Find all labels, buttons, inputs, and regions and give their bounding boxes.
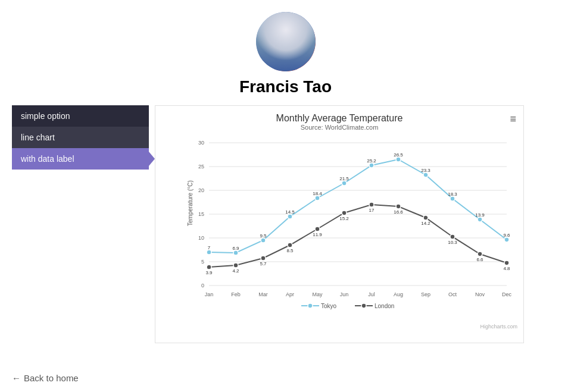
chart-container: Monthly Average Temperature Source: Worl… bbox=[155, 105, 524, 343]
sidebar-item-line-chart[interactable]: line chart bbox=[12, 127, 149, 148]
dot-tokyo-jan bbox=[207, 250, 211, 255]
label-london-sep: 14.2 bbox=[421, 221, 430, 226]
svg-text:5: 5 bbox=[201, 259, 204, 265]
dot-tokyo-oct bbox=[450, 196, 455, 201]
svg-text:Jun: Jun bbox=[340, 291, 349, 297]
svg-point-27 bbox=[308, 303, 313, 308]
svg-text:Jul: Jul bbox=[368, 291, 375, 297]
svg-text:0: 0 bbox=[201, 283, 204, 288]
dot-london-aug bbox=[396, 204, 401, 209]
dot-tokyo-dec bbox=[504, 237, 509, 242]
dot-london-jul bbox=[369, 202, 374, 207]
label-london-jul: 17 bbox=[369, 208, 375, 213]
svg-text:Apr: Apr bbox=[286, 291, 294, 297]
dot-london-sep bbox=[423, 215, 428, 220]
svg-point-29 bbox=[361, 303, 366, 308]
label-london-jun: 15.2 bbox=[339, 216, 349, 221]
back-to-home-link[interactable]: ← Back to home bbox=[12, 373, 79, 383]
svg-text:30: 30 bbox=[198, 140, 204, 146]
svg-text:15: 15 bbox=[198, 211, 204, 217]
svg-text:25: 25 bbox=[198, 164, 204, 170]
legend-tokyo-label: Tokyo bbox=[321, 303, 337, 309]
svg-text:Oct: Oct bbox=[448, 291, 457, 297]
legend-london-label: London bbox=[375, 303, 394, 309]
label-london-apr: 8.5 bbox=[286, 248, 294, 253]
label-london-nov: 6.6 bbox=[476, 257, 483, 262]
svg-text:Nov: Nov bbox=[475, 291, 485, 297]
svg-text:May: May bbox=[312, 291, 323, 297]
highcharts-credit: Highcharts.com bbox=[155, 324, 523, 331]
svg-text:Dec: Dec bbox=[502, 291, 512, 297]
chart-menu-icon[interactable]: ≡ bbox=[510, 113, 516, 126]
avatar bbox=[256, 12, 316, 71]
label-london-may: 11.9 bbox=[313, 232, 322, 237]
dot-tokyo-jul bbox=[369, 163, 374, 168]
dot-tokyo-nov bbox=[478, 217, 482, 222]
svg-text:10: 10 bbox=[198, 235, 204, 241]
dot-tokyo-mar bbox=[261, 238, 266, 243]
svg-text:Sep: Sep bbox=[421, 291, 430, 297]
chart-title: Monthly Average Temperature bbox=[155, 106, 523, 124]
dot-london-feb bbox=[233, 263, 238, 268]
dot-london-jan bbox=[207, 265, 211, 269]
label-london-feb: 4.2 bbox=[232, 268, 239, 274]
chart-svg: Temperature (°C) 30 25 20 15 10 bbox=[185, 137, 519, 315]
dot-london-oct bbox=[450, 234, 455, 239]
label-london-dec: 4.8 bbox=[503, 266, 510, 271]
y-axis-label: Temperature (°C) bbox=[187, 180, 194, 226]
dot-london-mar bbox=[261, 256, 266, 261]
dot-tokyo-jun bbox=[342, 181, 347, 186]
label-london-mar: 5.7 bbox=[260, 261, 267, 266]
dot-tokyo-apr bbox=[288, 214, 292, 219]
chart-svg-wrapper: Temperature (°C) 30 25 20 15 10 bbox=[155, 134, 523, 324]
svg-text:Aug: Aug bbox=[394, 291, 403, 297]
avatar-section: Francis Tao bbox=[0, 0, 571, 99]
svg-text:Jan: Jan bbox=[205, 291, 214, 297]
svg-text:Mar: Mar bbox=[258, 291, 268, 297]
sidebar-item-with-data-label[interactable]: with data label bbox=[12, 148, 149, 170]
label-london-aug: 16.6 bbox=[394, 209, 403, 215]
back-to-home-label: Back to home bbox=[24, 373, 79, 383]
dot-tokyo-sep bbox=[423, 173, 428, 177]
svg-text:Feb: Feb bbox=[231, 291, 241, 297]
dot-tokyo-aug bbox=[396, 157, 401, 162]
svg-text:20: 20 bbox=[198, 187, 204, 193]
dot-london-jun bbox=[342, 211, 347, 215]
chart-area: Monthly Average Temperature Source: Worl… bbox=[149, 105, 559, 343]
dot-london-nov bbox=[478, 252, 482, 256]
label-london-oct: 10.3 bbox=[448, 240, 457, 245]
sidebar-item-simple-option[interactable]: simple option bbox=[12, 105, 149, 127]
dot-tokyo-may bbox=[315, 196, 320, 200]
dot-london-dec bbox=[504, 261, 509, 265]
label-london-jan: 3.9 bbox=[205, 270, 213, 275]
back-arrow-icon: ← bbox=[12, 373, 21, 383]
tokyo-line bbox=[209, 159, 507, 253]
chart-subtitle: Source: WorldClimate.com bbox=[155, 124, 523, 131]
dot-tokyo-feb bbox=[233, 250, 238, 255]
sidebar: simple option line chart with data label bbox=[12, 105, 149, 343]
dot-london-may bbox=[315, 227, 320, 231]
user-name: Francis Tao bbox=[239, 77, 332, 96]
dot-london-apr bbox=[288, 243, 292, 247]
